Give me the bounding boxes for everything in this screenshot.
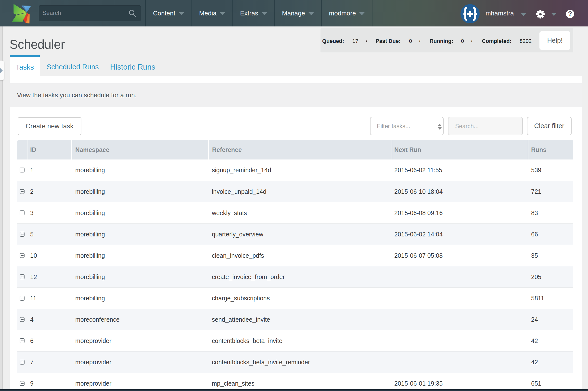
svg-text:?: ? <box>568 10 572 17</box>
